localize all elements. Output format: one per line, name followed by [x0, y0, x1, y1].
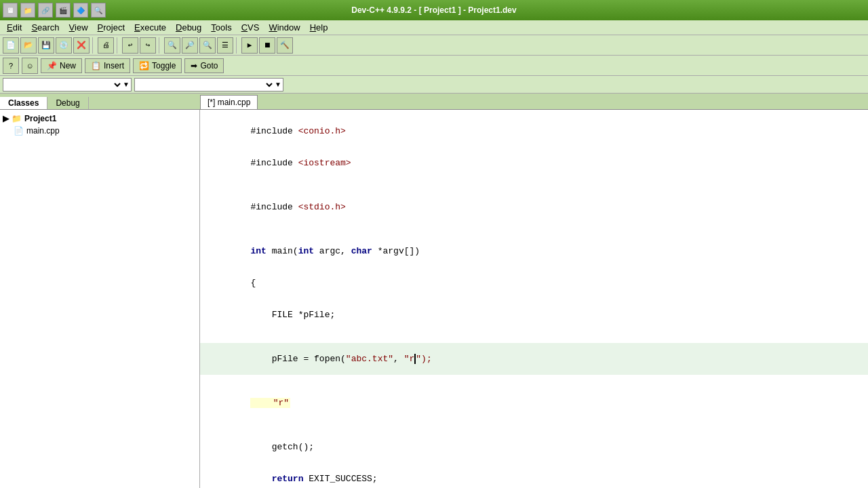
toggle-bookmark-btn[interactable]: 🔁 Toggle [133, 58, 182, 73]
dropdown1-select[interactable] [3, 80, 123, 89]
window-title: Dev-C++ 4.9.9.2 - [ Project1 ] - Project… [351, 5, 516, 15]
editor-tab-container: [*] main.cpp [200, 94, 868, 109]
code-line-13 [200, 419, 868, 431]
sidebar: ▶ 📁 Project1 📄 main.cpp [0, 110, 200, 488]
code-content-7: { [200, 268, 256, 298]
project-folder-icon: 📁 [12, 114, 22, 123]
new-bookmark-btn[interactable]: 📌 New [41, 58, 82, 73]
code-line-8: FILE *pFile; [200, 299, 868, 331]
toolbar1: 📄 📂 💾 💿 ❌ 🖨 ↩ ↪ 🔍 🔎 🔍 ☰ ▶ ⏹ 🔨 [0, 35, 868, 56]
menu-search[interactable]: Search [27, 21, 63, 34]
menu-bar: Edit Search View Project Execute Debug T… [0, 20, 868, 35]
menu-view[interactable]: View [65, 21, 92, 34]
insert-bookmark-btn[interactable]: 📋 Insert [85, 58, 130, 73]
dropdown-row: ▼ ▼ [0, 76, 868, 94]
help-btn[interactable]: ? [3, 58, 19, 74]
project-name: Project1 [24, 114, 56, 123]
app-icon-1: 🖥 [3, 3, 18, 18]
redo-btn[interactable]: ↪ [140, 37, 156, 54]
goto-bookmark-btn[interactable]: ➡ Goto [184, 58, 224, 73]
zoom-out-btn[interactable]: 🔎 [182, 37, 198, 54]
sidebar-tab-debug[interactable]: Debug [47, 97, 88, 109]
code-content-4: #include <stdio.h> [200, 192, 346, 222]
undo-btn[interactable]: ↩ [122, 37, 138, 54]
app-icon-5: 🔷 [73, 3, 88, 18]
app-icon-6: 🔍 [91, 3, 106, 18]
title-bar: 🖥 📁 🔗 🎬 🔷 🔍 Dev-C++ 4.9.9.2 - [ Project1… [0, 0, 868, 20]
code-line-9 [200, 331, 868, 343]
toggle-bookmark-icon: 🔁 [139, 61, 149, 70]
code-content-6: int main(int argc, char *argv[]) [200, 236, 420, 266]
goto-bookmark-label: Goto [200, 61, 218, 70]
dropdown2-select[interactable] [135, 80, 275, 89]
app-icon-4: 🎬 [56, 3, 71, 18]
insert-bookmark-icon: 📋 [91, 61, 101, 70]
menu-edit[interactable]: Edit [3, 21, 26, 34]
project-root[interactable]: ▶ 📁 Project1 [3, 113, 197, 125]
menu-window[interactable]: Window [264, 21, 304, 34]
smiley-btn[interactable]: ☺ [22, 58, 38, 74]
code-line-6: int main(int argc, char *argv[]) [200, 235, 868, 267]
menu-debug[interactable]: Debug [172, 21, 205, 34]
open-file-btn[interactable]: 📂 [20, 37, 37, 54]
new-bookmark-icon: 📌 [47, 61, 57, 70]
code-content-2: #include <iostream> [200, 148, 351, 178]
sidebar-tab-container: Classes Debug [0, 94, 200, 109]
sep4 [236, 37, 239, 54]
file-name: main.cpp [26, 126, 60, 136]
code-content-8: FILE *pFile; [200, 300, 335, 330]
insert-bookmark-label: Insert [104, 61, 124, 70]
zoom-in-btn[interactable]: 🔍 [164, 37, 180, 54]
menu-execute[interactable]: Execute [130, 21, 170, 34]
sep3 [159, 37, 161, 54]
build-btn[interactable]: 🔨 [277, 37, 293, 54]
code-content-15: return EXIT_SUCCESS; [200, 464, 378, 488]
tree-file-main[interactable]: 📄 main.cpp [3, 125, 197, 137]
code-line-7: { [200, 267, 868, 299]
project-expand-icon: ▶ [3, 114, 9, 123]
code-line-2: #include <iostream> [200, 147, 868, 179]
code-content-14: getch(); [200, 432, 314, 462]
code-line-11 [200, 375, 868, 387]
sidebar-tree: ▶ 📁 Project1 📄 main.cpp [0, 110, 199, 488]
stop-btn[interactable]: ⏹ [259, 37, 275, 54]
code-editor[interactable]: #include <conio.h> #include <iostream> #… [200, 110, 868, 488]
editor-tab-label: [*] main.cpp [208, 98, 250, 107]
menu-help[interactable]: Help [306, 21, 332, 34]
menu-cvs[interactable]: CVS [237, 21, 264, 34]
run-btn[interactable]: ▶ [241, 37, 258, 54]
code-content-10: pFile = fopen("abc.txt", "r"); [200, 344, 432, 374]
code-line-12: "r" [200, 387, 868, 419]
toggle-bookmark-label: Toggle [152, 61, 176, 70]
tab-row: Classes Debug [*] main.cpp [0, 94, 868, 110]
main-content: ▶ 📁 Project1 📄 main.cpp #include <conio.… [0, 110, 868, 488]
new-file-btn[interactable]: 📄 [3, 37, 19, 54]
new-bookmark-label: New [60, 61, 76, 70]
title-bar-icons: 🖥 📁 🔗 🎬 🔷 🔍 [0, 3, 106, 18]
sidebar-tab-classes[interactable]: Classes [0, 97, 47, 109]
print-btn[interactable]: 🖨 [98, 37, 114, 54]
code-line-14: getch(); [200, 431, 868, 463]
find-btn[interactable]: 🔍 [199, 37, 216, 54]
code-line-3 [200, 179, 868, 191]
save-btn[interactable]: 💾 [38, 37, 54, 54]
menu-tools[interactable]: Tools [207, 21, 235, 34]
code-line-1: #include <conio.h> [200, 115, 868, 147]
editor-tab-main[interactable]: [*] main.cpp [200, 95, 258, 109]
code-line-5 [200, 223, 868, 235]
save-all-btn[interactable]: 💿 [56, 37, 72, 54]
sep1 [92, 37, 95, 54]
code-line-4: #include <stdio.h> [200, 191, 868, 223]
sep2 [117, 37, 119, 54]
code-line-15: return EXIT_SUCCESS; [200, 463, 868, 488]
code-content-1: #include <conio.h> [200, 116, 346, 146]
col-btn[interactable]: ☰ [217, 37, 233, 54]
code-line-10: pFile = fopen("abc.txt", "r"); [200, 343, 868, 375]
close-btn[interactable]: ❌ [73, 37, 90, 54]
menu-project[interactable]: Project [94, 21, 129, 34]
app-icon-3: 🔗 [38, 3, 53, 18]
file-icon: 📄 [14, 126, 24, 136]
dropdown2[interactable]: ▼ [134, 78, 283, 92]
dropdown1[interactable]: ▼ [3, 78, 132, 92]
app-icon-2: 📁 [20, 3, 35, 18]
